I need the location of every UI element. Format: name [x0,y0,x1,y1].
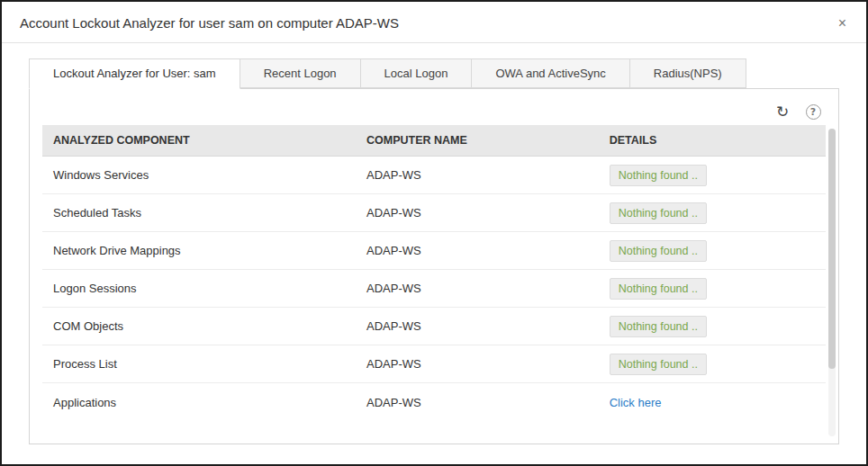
computer-cell: ADAP-WS [356,206,599,220]
details-link[interactable]: Click here [610,396,662,409]
details-badge: Nothing found .. [610,354,707,375]
analyzed-components-table: ANALYZED COMPONENT COMPUTER NAME DETAILS… [42,125,826,421]
lockout-analyzer-dialog: Account Lockout Analyzer for user sam on… [0,0,868,466]
tab-radius-nps[interactable]: Radius(NPS) [629,58,746,88]
tab-lockout-analyzer[interactable]: Lockout Analyzer for User: sam [29,58,240,89]
help-icon-glyph: ? [806,104,821,120]
computer-cell: ADAP-WS [356,396,599,409]
component-cell: Logon Sessions [42,282,356,295]
computer-cell: ADAP-WS [356,319,599,333]
table-header-row: ANALYZED COMPONENT COMPUTER NAME DETAILS [42,125,826,157]
component-cell: COM Objects [42,319,356,333]
tab-bar: Lockout Analyzer for User: sam Recent Lo… [29,58,839,88]
table-row: Logon Sessions ADAP-WS Nothing found .. [42,270,826,308]
details-badge: Nothing found .. [610,240,707,262]
header-details: DETAILS [599,125,826,156]
component-cell: Process List [42,357,356,371]
component-cell: Applications [42,396,356,409]
table-row: Network Drive Mappings ADAP-WS Nothing f… [42,232,826,270]
table-row: Applications ADAP-WS Click here [42,383,826,421]
details-badge: Nothing found .. [610,165,707,186]
computer-cell: ADAP-WS [356,282,599,295]
tab-local-logon[interactable]: Local Logon [360,58,473,88]
panel-toolbar: ↻ ? [42,98,826,125]
table-row: Windows Services ADAP-WS Nothing found .… [42,157,826,194]
header-computer-name: COMPUTER NAME [356,125,599,156]
tab-owa-activesync[interactable]: OWA and ActiveSync [471,58,629,88]
table-row: Scheduled Tasks ADAP-WS Nothing found .. [42,194,826,232]
dialog-header: Account Lockout Analyzer for user sam on… [2,2,866,43]
tab-content-panel: ↻ ? ANALYZED COMPONENT COMPUTER NAME DET… [29,88,839,444]
table-row: COM Objects ADAP-WS Nothing found .. [42,308,826,345]
component-cell: Windows Services [42,168,356,182]
component-cell: Network Drive Mappings [42,244,356,257]
computer-cell: ADAP-WS [356,244,599,257]
scrollbar-thumb[interactable] [828,129,836,369]
table-scrollbar[interactable] [828,129,836,436]
details-badge: Nothing found .. [610,316,707,337]
computer-cell: ADAP-WS [356,357,599,371]
component-cell: Scheduled Tasks [42,206,356,220]
details-badge: Nothing found .. [610,278,707,300]
dialog-title: Account Lockout Analyzer for user sam on… [20,15,848,31]
header-analyzed-component: ANALYZED COMPONENT [42,125,356,156]
help-icon[interactable]: ? [804,103,822,121]
computer-cell: ADAP-WS [356,168,599,182]
refresh-icon[interactable]: ↻ [773,103,791,121]
table-row: Process List ADAP-WS Nothing found .. [42,345,826,383]
details-badge: Nothing found .. [610,202,707,224]
tab-recent-logon[interactable]: Recent Logon [240,58,361,88]
close-icon[interactable]: × [835,14,850,32]
